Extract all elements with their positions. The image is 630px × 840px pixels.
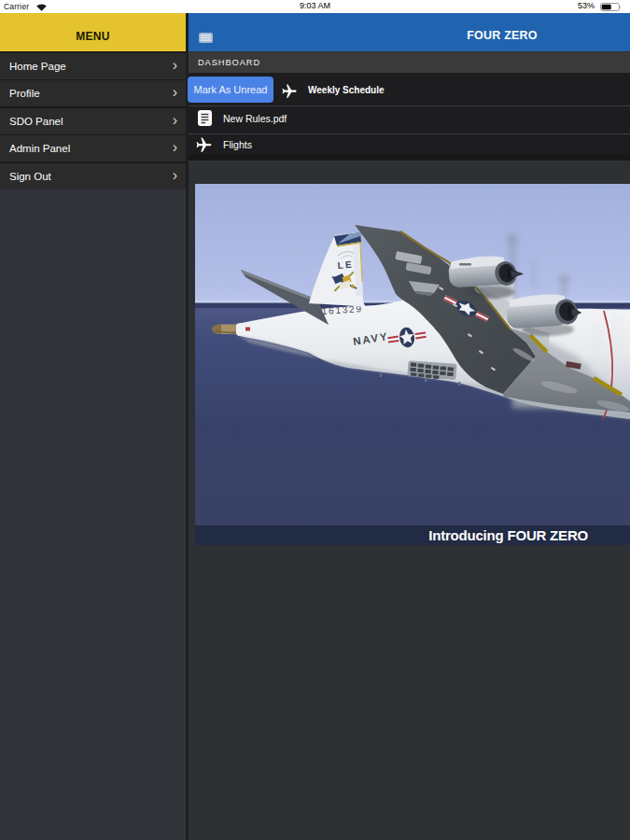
svg-text:LE: LE — [337, 259, 354, 271]
svg-text:Introducing FOUR ZERO: Introducing FOUR ZERO — [428, 527, 588, 543]
